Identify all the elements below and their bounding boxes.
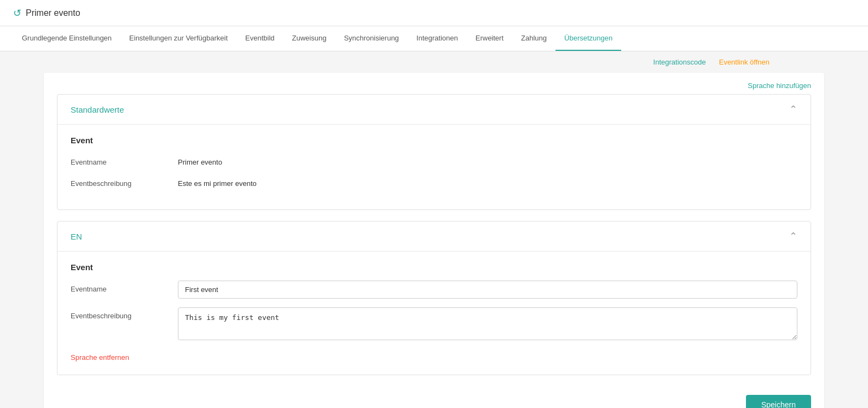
tab-eventbild[interactable]: Eventbild: [236, 26, 283, 51]
sections-container: Standardwerte ⌃ Event Eventname Primer e…: [44, 90, 824, 408]
en-eventbeschreibung-textarea[interactable]: [178, 307, 797, 340]
save-button[interactable]: Speichern: [746, 395, 811, 408]
standardwerte-eventbeschreibung-label: Eventbeschreibung: [71, 175, 169, 188]
tab-grundlegende[interactable]: Grundlegende Einstellungen: [13, 26, 120, 51]
en-section: EN ⌃ Event Eventname Eventbeschreibung S…: [57, 221, 811, 375]
tab-erweitert[interactable]: Erweitert: [467, 26, 512, 51]
sync-icon: ↺: [13, 7, 21, 19]
tab-synchronisierung[interactable]: Synchronisierung: [335, 26, 407, 51]
translations-card: Sprache hinzufügen Standardwerte ⌃ Event…: [44, 73, 824, 408]
app-header: ↺ Primer evento: [0, 0, 868, 26]
en-eventname-input[interactable]: [178, 281, 797, 299]
remove-language-link[interactable]: Sprache entfernen: [71, 353, 129, 362]
standardwerte-eventbeschreibung-row: Eventbeschreibung Este es mi primer even…: [71, 175, 797, 188]
standardwerte-section: Standardwerte ⌃ Event Eventname Primer e…: [57, 94, 811, 210]
integrationscode-link[interactable]: Integrationscode: [653, 58, 706, 66]
en-eventbeschreibung-row: Eventbeschreibung: [71, 307, 797, 340]
standardwerte-eventname-row: Eventname Primer evento: [71, 154, 797, 166]
nav-tabs: Grundlegende Einstellungen Einstellungen…: [0, 26, 868, 51]
header-title: Primer evento: [26, 8, 80, 18]
en-header: EN ⌃: [57, 222, 811, 252]
tab-verfuegbarkeit[interactable]: Einstellungen zur Verfügbarkeit: [120, 26, 236, 51]
en-body: Event Eventname Eventbeschreibung Sprach…: [57, 252, 811, 375]
en-eventname-label: Eventname: [71, 281, 169, 293]
en-event-title: Event: [71, 263, 797, 272]
en-title: EN: [71, 232, 82, 241]
tab-integrationen[interactable]: Integrationen: [408, 26, 467, 51]
standardwerte-eventbeschreibung-value: Este es mi primer evento: [178, 175, 257, 188]
en-eventbeschreibung-label: Eventbeschreibung: [71, 307, 169, 320]
standardwerte-eventname-value: Primer evento: [178, 154, 222, 166]
standardwerte-body: Event Eventname Primer evento Eventbesch…: [57, 125, 811, 209]
standardwerte-title: Standardwerte: [71, 105, 124, 114]
add-language-bar: Sprache hinzufügen: [44, 73, 824, 90]
tab-ubersetzungen[interactable]: Übersetzungen: [555, 26, 621, 51]
add-language-link[interactable]: Sprache hinzufügen: [748, 81, 811, 90]
tab-zuweisung[interactable]: Zuweisung: [283, 26, 335, 51]
sub-header: Integrationscode Eventlink öffnen: [0, 51, 868, 73]
standardwerte-collapse-icon[interactable]: ⌃: [789, 103, 797, 115]
standardwerte-header: Standardwerte ⌃: [57, 95, 811, 125]
tab-zahlung[interactable]: Zahlung: [512, 26, 555, 51]
app-title: ↺ Primer evento: [13, 7, 80, 19]
eventlink-link[interactable]: Eventlink öffnen: [719, 58, 769, 66]
en-eventname-row: Eventname: [71, 281, 797, 299]
save-row: Speichern: [57, 386, 811, 408]
standardwerte-event-title: Event: [71, 136, 797, 145]
en-collapse-icon[interactable]: ⌃: [789, 230, 797, 242]
standardwerte-eventname-label: Eventname: [71, 154, 169, 166]
